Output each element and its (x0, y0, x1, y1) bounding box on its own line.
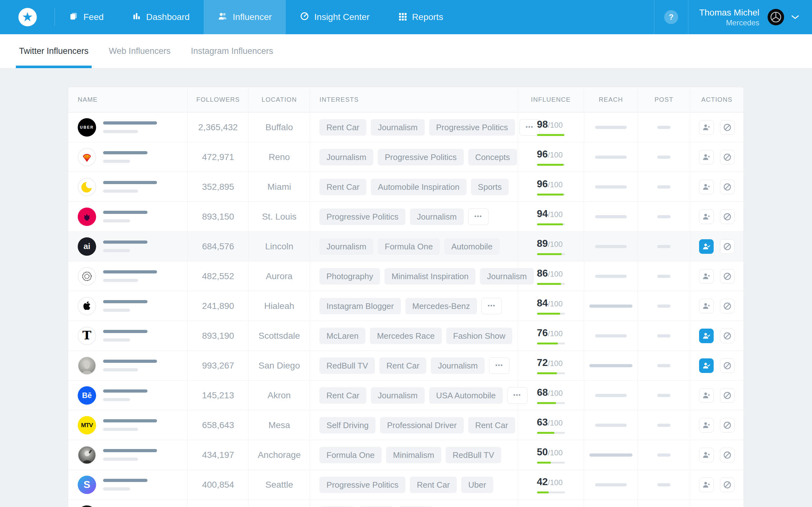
name-placeholder (103, 389, 148, 401)
add-contact-button[interactable] (699, 418, 714, 433)
add-contact-button[interactable] (699, 269, 714, 284)
block-button[interactable] (720, 477, 734, 492)
more-interests-button[interactable]: ••• (489, 357, 509, 374)
interest-tag: Journalism (371, 119, 425, 135)
table-row[interactable]: 472,971RenoJournalismProgressive Politic… (68, 142, 744, 172)
interest-tag: Instagram Blogger (319, 298, 401, 314)
user-menu[interactable]: Thomas Michel Mercedes (688, 0, 812, 34)
nav-item-label: Insight Center (314, 12, 369, 22)
interests-cell: Rent CarJournalismUSA Automobile••• (310, 381, 518, 410)
table-row[interactable]: 893,150St. LouisProgressive PoliticsJour… (68, 202, 744, 232)
more-interests-button[interactable]: ••• (481, 298, 502, 314)
followers-cell: 893,150 (188, 202, 249, 231)
user-name: Thomas Michel (699, 7, 759, 18)
table-row[interactable]: 482,552AuroraPhotographyMinimalist Inspi… (68, 262, 744, 291)
table-row[interactable]: 241,890HialeahInstagram BloggerMercedes-… (68, 291, 744, 321)
feed-icon (69, 11, 84, 23)
name-placeholder (103, 151, 148, 163)
influence-cell: 86/100 (518, 262, 584, 291)
name-cell (68, 500, 188, 507)
influence-value: 96 (537, 178, 548, 189)
block-button[interactable] (720, 299, 734, 314)
table-row[interactable]: ai684,576LincolnJournalismFormula OneAut… (68, 232, 744, 262)
table-row[interactable]: T893,190ScottsdaleMcLarenMercedes RaceFa… (68, 321, 744, 351)
reach-cell (584, 202, 638, 231)
block-button[interactable] (720, 388, 734, 403)
interest-tag: Concepts (468, 149, 517, 165)
location-cell: Reno (249, 142, 310, 172)
influence-cell: 96/100 (518, 172, 584, 202)
add-contact-button[interactable] (699, 299, 714, 314)
reach-placeholder (595, 334, 627, 337)
block-button[interactable] (720, 180, 734, 194)
followers-cell: 893,190 (188, 321, 249, 350)
location-cell: Mesa (249, 410, 310, 440)
block-button[interactable] (720, 150, 734, 164)
add-contact-button[interactable] (699, 358, 714, 373)
table-row[interactable]: 434,197AnchorageFormula OneMinimalismRed… (68, 440, 744, 470)
add-contact-button[interactable] (699, 329, 714, 343)
add-contact-button[interactable] (699, 448, 714, 462)
name-cell: S (68, 470, 188, 499)
avatar-shell (78, 148, 96, 166)
name-placeholder (103, 121, 157, 133)
table-row[interactable]: Bē145,213AkronRent CarJournalismUSA Auto… (68, 381, 744, 410)
influence-value: 72 (537, 357, 548, 368)
block-button[interactable] (720, 269, 734, 284)
add-contact-button[interactable] (699, 388, 714, 403)
influence-max: /100 (548, 359, 563, 368)
name-cell (68, 202, 188, 231)
app-logo[interactable]: ★ (0, 0, 55, 34)
block-button[interactable] (720, 418, 734, 433)
post-cell (638, 232, 690, 261)
nav-item-influencer[interactable]: Influencer (204, 0, 286, 34)
nav-item-feed[interactable]: Feed (55, 0, 118, 34)
influence-value: 89 (537, 238, 548, 249)
mercedes-star-icon (769, 10, 783, 24)
block-button[interactable] (720, 210, 734, 224)
followers-value: 145,213 (202, 390, 234, 400)
add-contact-button[interactable] (699, 120, 714, 135)
table-row[interactable]: 993,267San DiegoRedBull TVRent CarJourna… (68, 351, 744, 381)
location-cell: Lincoln (249, 232, 310, 261)
nav-item-dashboard[interactable]: Dashboard (118, 0, 204, 34)
table-row[interactable]: S400,854SeattleProgressive PoliticsRent … (68, 470, 744, 500)
actions-cell (690, 232, 744, 261)
tab-web-influencers[interactable]: Web Influencers (109, 34, 171, 68)
block-button[interactable] (720, 120, 734, 135)
add-contact-button[interactable] (699, 239, 714, 254)
interest-tag: Journalism (371, 387, 425, 404)
block-button[interactable] (720, 239, 734, 254)
block-button[interactable] (720, 448, 734, 462)
nav-item-reports[interactable]: Reports (384, 0, 457, 34)
followers-value: 472,971 (202, 152, 234, 162)
followers-cell: 2,365,432 (188, 112, 249, 142)
table-row[interactable]: UBER2,365,432BuffaloRent CarJournalismPr… (68, 112, 744, 142)
block-button[interactable] (720, 358, 734, 373)
add-contact-button[interactable] (699, 477, 714, 492)
post-cell (638, 291, 690, 321)
table-row[interactable]: MTV658,643MesaSelf DrivingProfessional D… (68, 410, 744, 440)
influence-bar (537, 134, 565, 136)
followers-value: 241,890 (202, 301, 234, 311)
add-contact-button[interactable] (699, 180, 714, 194)
post-cell (638, 112, 690, 142)
table-row[interactable] (68, 500, 744, 507)
tab-twitter-influencers[interactable]: Twitter Influencers (19, 34, 89, 68)
more-interests-button[interactable]: ••• (468, 209, 489, 225)
followers-cell: 472,971 (188, 142, 249, 172)
post-cell (638, 142, 690, 172)
interest-tag: Rent Car (319, 119, 366, 135)
influence-score: 63/100 (537, 417, 565, 434)
location-cell: Miami (249, 172, 310, 202)
add-contact-button[interactable] (699, 150, 714, 164)
table-row[interactable]: 352,895MiamiRent CarAutomobile Inspirati… (68, 172, 744, 202)
add-contact-button[interactable] (699, 210, 714, 224)
help-button[interactable]: ? (664, 10, 678, 24)
reach-placeholder (595, 126, 627, 129)
influence-cell: 63/100 (518, 410, 584, 440)
block-button[interactable] (720, 329, 734, 343)
tab-instagram-influencers[interactable]: Instagram Influencers (191, 34, 273, 68)
influence-max: /100 (548, 448, 563, 457)
nav-item-insight-center[interactable]: Insight Center (286, 0, 384, 34)
